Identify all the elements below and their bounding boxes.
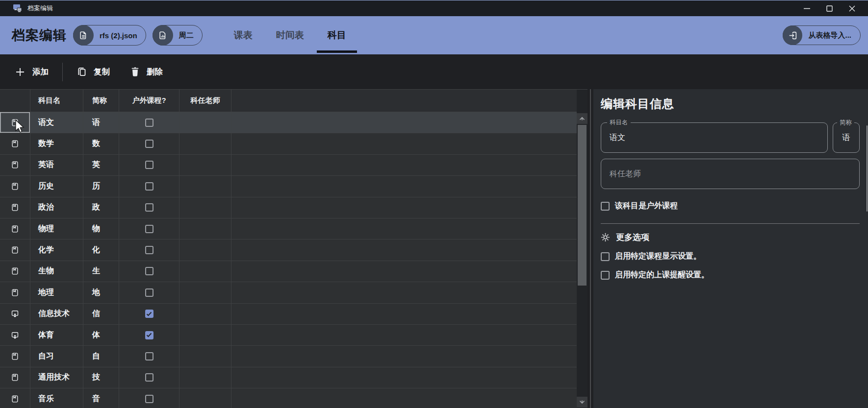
outdoor-checkbox[interactable] (145, 225, 153, 233)
outdoor-cell[interactable] (119, 218, 179, 239)
abbr-field[interactable]: 简称 语 (833, 122, 860, 153)
outdoor-checkbox[interactable] (145, 395, 153, 403)
subject-name-cell[interactable]: 信息技术 (30, 304, 83, 324)
file-chip[interactable]: rfs (2).json (73, 25, 146, 46)
subject-name-cell[interactable]: 历史 (30, 176, 83, 196)
row-icon-cell[interactable] (0, 240, 30, 260)
outdoor-checkbox[interactable] (145, 373, 153, 382)
table-row[interactable]: 英语 英 (0, 155, 577, 176)
outdoor-cell[interactable] (119, 240, 179, 260)
teacher-cell[interactable] (179, 304, 231, 324)
subject-abbr-cell[interactable]: 自 (83, 346, 119, 366)
copy-button[interactable]: 复制 (77, 67, 110, 77)
subject-abbr-cell[interactable]: 历 (83, 176, 119, 196)
table-row[interactable]: 信息技术 信 (0, 304, 577, 325)
outdoor-cell[interactable] (119, 112, 179, 133)
row-icon-cell[interactable] (0, 346, 30, 366)
subject-name-cell[interactable]: 化学 (30, 240, 83, 260)
row-icon-cell[interactable] (0, 282, 30, 303)
outdoor-course-checkbox[interactable] (601, 202, 610, 211)
scroll-up-button[interactable] (577, 113, 587, 124)
teacher-cell[interactable] (179, 261, 231, 282)
outdoor-column-header[interactable]: 户外课程? (119, 90, 179, 112)
row-icon-cell[interactable] (0, 133, 30, 154)
more-options-row[interactable]: 更多选项 (601, 232, 868, 243)
table-scrollbar[interactable] (577, 89, 587, 408)
table-row[interactable]: 化学 化 (0, 240, 577, 261)
row-icon-cell[interactable] (0, 261, 30, 282)
table-row[interactable]: 自习 自 (0, 346, 577, 367)
teacher-cell[interactable] (179, 155, 231, 175)
teacher-cell[interactable] (179, 388, 231, 408)
teacher-column-header[interactable]: 科任老师 (179, 90, 231, 112)
table-row[interactable]: 音乐 音 (0, 388, 577, 408)
panel-splitter[interactable] (587, 89, 593, 408)
row-icon-cell[interactable] (0, 388, 30, 408)
subject-name-cell[interactable]: 音乐 (30, 388, 83, 408)
row-icon-cell[interactable] (0, 367, 30, 388)
teacher-cell[interactable] (179, 197, 231, 218)
tab-timetable[interactable]: 时间表 (264, 16, 316, 54)
panel-scrollbar[interactable] (867, 125, 868, 212)
outdoor-cell[interactable] (119, 388, 179, 408)
table-row[interactable]: 通用技术 技 (0, 367, 577, 388)
outdoor-checkbox[interactable] (145, 161, 153, 169)
reminder-settings-checkbox[interactable] (601, 271, 610, 280)
subject-abbr-cell[interactable]: 信 (83, 304, 119, 324)
table-row[interactable]: 体育 体 (0, 325, 577, 346)
teacher-field[interactable]: 科任老师 (601, 159, 860, 189)
outdoor-cell[interactable] (119, 367, 179, 388)
outdoor-checkbox[interactable] (145, 140, 153, 148)
subject-name-cell[interactable]: 数学 (30, 133, 83, 154)
maximize-button[interactable] (818, 0, 841, 17)
reminder-settings-checkbox-row[interactable]: 启用特定的上课提醒设置。 (601, 270, 868, 280)
tab-schedule[interactable]: 课表 (222, 16, 264, 54)
subject-abbr-cell[interactable]: 音 (83, 388, 119, 408)
outdoor-cell[interactable] (119, 176, 179, 196)
table-row[interactable]: 生物 生 (0, 261, 577, 282)
teacher-cell[interactable] (179, 346, 231, 366)
outdoor-checkbox[interactable] (145, 119, 153, 127)
subject-abbr-cell[interactable]: 物 (83, 218, 119, 239)
subject-abbr-cell[interactable]: 政 (83, 197, 119, 218)
outdoor-cell[interactable] (119, 346, 179, 366)
display-settings-checkbox-row[interactable]: 启用特定课程显示设置。 (601, 251, 868, 262)
row-icon-cell[interactable] (0, 197, 30, 218)
subject-abbr-cell[interactable]: 生 (83, 261, 119, 282)
subject-abbr-cell[interactable]: 数 (83, 133, 119, 154)
outdoor-course-checkbox-row[interactable]: 该科目是户外课程 (601, 201, 868, 211)
outdoor-cell[interactable] (119, 325, 179, 345)
subject-abbr-cell[interactable]: 技 (83, 367, 119, 388)
outdoor-cell[interactable] (119, 261, 179, 282)
row-icon-cell[interactable] (0, 218, 30, 239)
row-icon-cell[interactable] (0, 176, 30, 196)
outdoor-checkbox[interactable] (145, 352, 153, 360)
table-row[interactable]: 地理 地 (0, 282, 577, 303)
outdoor-checkbox[interactable] (145, 331, 153, 339)
subject-name-cell[interactable]: 地理 (30, 282, 83, 303)
delete-button[interactable]: 删除 (130, 67, 163, 77)
outdoor-checkbox[interactable] (145, 288, 153, 297)
display-settings-checkbox[interactable] (601, 252, 610, 261)
subject-name-cell[interactable]: 英语 (30, 155, 83, 175)
teacher-cell[interactable] (179, 112, 231, 133)
subject-abbr-cell[interactable]: 地 (83, 282, 119, 303)
subject-name-cell[interactable]: 体育 (30, 325, 83, 345)
row-icon-cell[interactable] (0, 304, 30, 324)
teacher-cell[interactable] (179, 176, 231, 196)
outdoor-cell[interactable] (119, 304, 179, 324)
outdoor-checkbox[interactable] (145, 267, 153, 275)
minimize-button[interactable] (795, 0, 818, 17)
subject-name-cell[interactable]: 通用技术 (30, 367, 83, 388)
table-row[interactable]: 物理 物 (0, 218, 577, 240)
subject-abbr-cell[interactable]: 语 (83, 112, 119, 133)
outdoor-cell[interactable] (119, 155, 179, 175)
scrollbar-thumb[interactable] (578, 125, 587, 286)
table-row[interactable]: 语文 语 (0, 112, 577, 133)
teacher-cell[interactable] (179, 218, 231, 239)
outdoor-checkbox[interactable] (145, 246, 153, 254)
outdoor-cell[interactable] (119, 197, 179, 218)
import-from-table-button[interactable]: 从表格导入... (783, 25, 861, 45)
subject-name-cell[interactable]: 生物 (30, 261, 83, 282)
abbr-column-header[interactable]: 简称 (83, 90, 119, 112)
